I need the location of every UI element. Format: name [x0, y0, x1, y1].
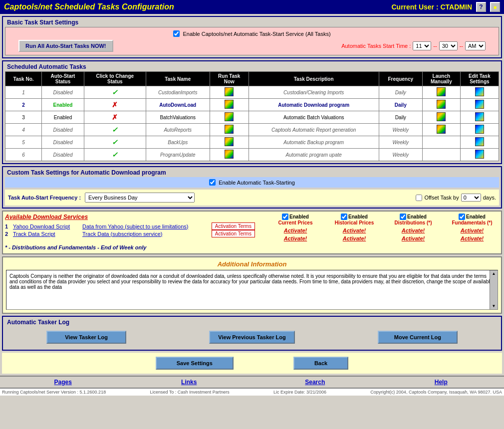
task-change-status[interactable]: ✗ [84, 111, 146, 124]
activate-cell-2-4[interactable]: Activate! [445, 235, 499, 241]
footer-pages-link[interactable]: Pages [0, 379, 126, 386]
freq-select[interactable]: Every Business Day Daily Weekly Monthly [85, 193, 195, 203]
view-previous-log-button[interactable]: View Previous Tasker Log [209, 331, 294, 344]
track-data-data-link[interactable]: Track Data (subscription service) [82, 231, 162, 237]
activate-yahoo-distributions[interactable]: Activate! [402, 227, 425, 233]
launch-icon[interactable] [437, 100, 446, 109]
edit-icon[interactable] [475, 125, 484, 134]
activate-track-distributions[interactable]: Activate! [402, 235, 425, 241]
run-now[interactable] [210, 124, 249, 136]
minute-select[interactable]: 30001545 [439, 41, 458, 50]
task-change-status[interactable]: ✗ [84, 99, 146, 111]
edit-settings[interactable] [460, 111, 499, 124]
run-now[interactable] [210, 136, 249, 149]
run-now[interactable] [210, 111, 249, 124]
activate-yahoo-fundamentals[interactable]: Activate! [461, 227, 484, 233]
scroll-down-icon[interactable]: ▼ [492, 304, 496, 308]
edit-settings[interactable] [460, 124, 499, 136]
activation-cell[interactable]: Activation Terms [212, 230, 264, 237]
run-now[interactable] [210, 86, 249, 99]
service-name[interactable]: Track Data Script [13, 230, 82, 237]
activate-track-fundamentals[interactable]: Activate! [461, 235, 484, 241]
enable-task-starting-checkbox[interactable] [209, 179, 216, 186]
activate-cell-2-3[interactable]: Activate! [386, 235, 440, 241]
launch-manually[interactable] [422, 86, 460, 99]
back-button[interactable]: Back [293, 357, 348, 370]
launch-manually[interactable] [422, 111, 460, 124]
offset-value-select[interactable]: 0123 [461, 194, 481, 202]
edit-icon[interactable] [475, 87, 484, 96]
scrollbar[interactable]: ▲ ▼ [490, 270, 498, 309]
yahoo-activation-btn[interactable]: Activation Terms [212, 222, 255, 230]
run-all-tasks-button[interactable]: Run All Auto-Start Tasks NOW! [18, 40, 113, 52]
run-icon[interactable] [225, 87, 234, 96]
run-now[interactable] [210, 99, 249, 111]
check-icon[interactable]: ✓ [112, 151, 118, 159]
activate-track-historical[interactable]: Activate! [343, 235, 366, 241]
enable-all-tasks-checkbox[interactable] [173, 30, 180, 37]
run-icon[interactable] [225, 112, 234, 121]
run-icon[interactable] [225, 125, 234, 134]
run-icon[interactable] [225, 100, 234, 109]
launch-manually[interactable] [422, 124, 460, 136]
help-icon[interactable]: ? [476, 2, 486, 12]
current-prices-checkbox[interactable] [282, 214, 288, 220]
edit-settings[interactable] [460, 149, 499, 161]
task-change-status[interactable]: ✓ [84, 136, 146, 149]
launch-icon[interactable] [437, 87, 446, 96]
run-icon[interactable] [225, 150, 234, 159]
footer-help-link[interactable]: Help [378, 379, 504, 386]
activate-cell-1-2[interactable]: Activate! [327, 227, 381, 233]
task-change-status[interactable]: ✓ [84, 149, 146, 161]
track-activation-btn[interactable]: Activation Terms [212, 230, 255, 237]
activate-cell-1-3[interactable]: Activate! [386, 227, 440, 233]
edit-settings[interactable] [460, 86, 499, 99]
check-icon[interactable]: ✓ [112, 138, 118, 146]
run-now[interactable] [210, 149, 249, 161]
activate-yahoo-historical[interactable]: Activate! [343, 227, 366, 233]
offset-checkbox[interactable] [416, 195, 422, 201]
activate-cell-2-2[interactable]: Activate! [327, 235, 381, 241]
activate-track-current[interactable]: Activate! [284, 235, 307, 241]
launch-icon[interactable] [437, 112, 446, 121]
track-data-link[interactable]: Track Data Script [13, 231, 55, 237]
scroll-up-icon[interactable]: ▲ [492, 271, 496, 276]
edit-icon[interactable] [475, 100, 484, 109]
check-icon[interactable]: ✓ [112, 126, 118, 134]
edit-icon[interactable] [475, 150, 484, 159]
distributions-checkbox[interactable] [400, 214, 406, 220]
activate-cell-2-1[interactable]: Activate! [268, 235, 322, 241]
close-icon[interactable]: ■ [490, 2, 500, 12]
activation-cell[interactable]: Activation Terms [212, 222, 264, 230]
view-tasker-log-button[interactable]: View Tasker Log [46, 331, 126, 344]
x-icon[interactable]: ✗ [112, 113, 118, 121]
yahoo-download-link[interactable]: Yahoo Download Script [13, 223, 70, 229]
save-settings-button[interactable]: Save Settings [156, 357, 234, 370]
launch-icon[interactable] [437, 125, 446, 134]
fundamentals-checkbox[interactable] [459, 214, 465, 220]
edit-icon[interactable] [475, 137, 484, 146]
footer-search-link[interactable]: Search [252, 379, 378, 386]
service-data[interactable]: Data from Yahoo (subject to use limitati… [82, 222, 212, 230]
edit-icon[interactable] [475, 112, 484, 121]
ampm-select[interactable]: AMPM [465, 41, 486, 50]
task-change-status[interactable]: ✓ [84, 86, 146, 99]
hour-select[interactable]: 111212 3456 [413, 41, 431, 50]
service-data[interactable]: Track Data (subscription service) [82, 230, 212, 237]
activate-cell-1-4[interactable]: Activate! [445, 227, 499, 233]
historical-prices-checkbox[interactable] [341, 214, 347, 220]
activate-yahoo-current[interactable]: Activate! [284, 227, 307, 233]
run-icon[interactable] [225, 137, 234, 146]
edit-settings[interactable] [460, 136, 499, 149]
launch-manually[interactable] [422, 99, 460, 111]
edit-settings[interactable] [460, 99, 499, 111]
task-change-status[interactable]: ✓ [84, 124, 146, 136]
yahoo-data-link[interactable]: Data from Yahoo (subject to use limitati… [82, 223, 188, 229]
service-name[interactable]: Yahoo Download Script [13, 222, 82, 230]
move-current-log-button[interactable]: Move Current Log [378, 331, 458, 344]
check-icon[interactable]: ✓ [112, 88, 118, 96]
additional-info-text[interactable]: Captools Company is neither the originat… [6, 270, 498, 310]
x-icon[interactable]: ✗ [112, 101, 118, 109]
footer-links-link[interactable]: Links [126, 379, 252, 386]
activate-cell-1-1[interactable]: Activate! [268, 227, 322, 233]
